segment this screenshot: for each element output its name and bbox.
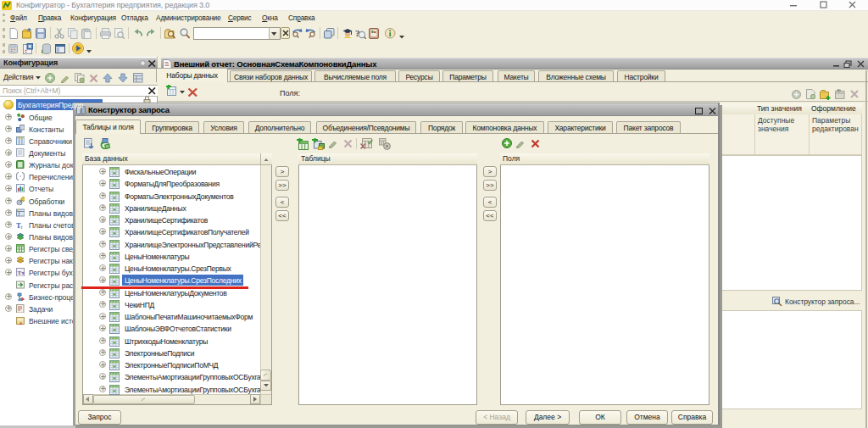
svg-text:Тт: Тт <box>18 270 25 276</box>
svg-text:т: т <box>20 224 23 229</box>
